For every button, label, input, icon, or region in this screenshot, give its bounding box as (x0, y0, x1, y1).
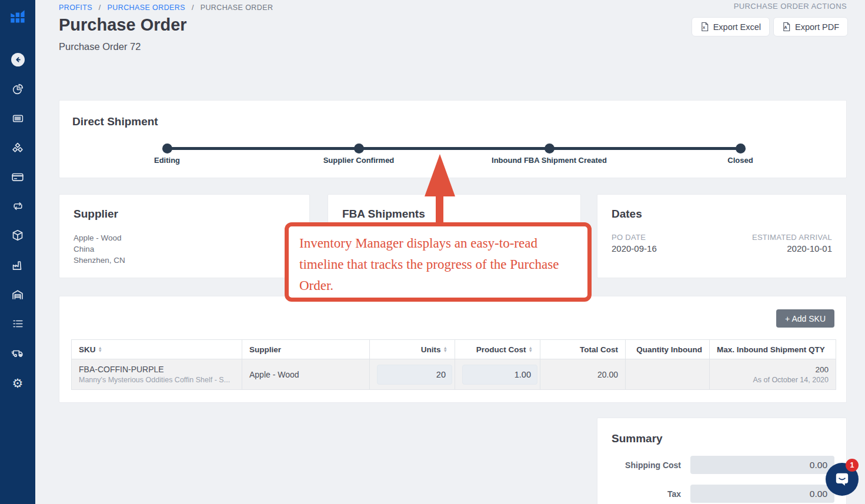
sidebar-item-warehouses[interactable] (11, 288, 25, 302)
svg-text:A: A (784, 25, 787, 30)
supplier-name: Apple - Wood (74, 232, 295, 243)
timeline-dot-inbound-created (545, 143, 555, 153)
supplier-card-title: Supplier (74, 208, 295, 221)
summary-card: Summary Shipping Cost Tax (597, 418, 847, 504)
sku-table-card: + Add SKU SKU Supplier Units (59, 296, 847, 403)
sku-code: FBA-COFFIN-PURPLE (79, 365, 235, 374)
notification-badge: 1 (846, 459, 859, 472)
column-header-total-cost: Total Cost (540, 340, 626, 359)
column-header-sku[interactable]: SKU (72, 340, 242, 359)
po-date-value: 2020-09-16 (612, 243, 657, 253)
sidebar-item-suppliers[interactable] (11, 258, 25, 272)
sidebar: ⚙ (0, 0, 35, 504)
estimated-arrival-value: 2020-10-01 (752, 243, 832, 253)
breadcrumb-current: PURCHASE ORDER (201, 4, 273, 12)
direct-shipment-title: Direct Shipment (72, 115, 158, 128)
svg-text:x: x (703, 25, 706, 30)
timeline-dot-supplier-confirmed (354, 143, 364, 153)
sort-icon (529, 346, 533, 352)
sku-table: SKU Supplier Units Product Cost Total Co… (71, 339, 836, 390)
sidebar-item-reports[interactable] (11, 82, 25, 96)
credit-card-icon (11, 171, 24, 183)
factory-icon (11, 259, 24, 272)
dates-card-title: Dates (612, 208, 832, 221)
annotation-callout: Inventory Manager displays an easy-to-re… (285, 222, 592, 302)
max-qty-value: 200 (717, 365, 829, 374)
sort-icon (443, 346, 447, 352)
sku-product-name: Manny's Mysterious Oddities Coffin Shelf… (79, 376, 235, 384)
purchase-order-page: ⚙ PROFITS / PURCHASE ORDERS / PURCHASE O… (0, 0, 865, 504)
app-logo[interactable] (8, 8, 28, 28)
chat-widget-button[interactable]: 1 (826, 463, 859, 496)
export-pdf-label: Export PDF (795, 22, 839, 32)
sidebar-item-inventory[interactable] (11, 141, 25, 155)
package-icon (11, 229, 24, 242)
supplier-card: Supplier Apple - Wood China Shenzhen, CN (59, 194, 310, 278)
cell-supplier: Apple - Wood (242, 359, 370, 390)
breadcrumb-separator: / (99, 4, 101, 12)
timeline-step-label: Inbound FBA Shipment Created (492, 156, 607, 165)
sku-table-row: FBA-COFFIN-PURPLE Manny's Mysterious Odd… (72, 359, 836, 390)
shipping-cost-label: Shipping Cost (612, 460, 690, 470)
column-header-max-qty: Max. Inbound Shipment QTY (710, 340, 836, 359)
breadcrumb-purchase-orders[interactable]: PURCHASE ORDERS (108, 4, 185, 12)
sidebar-item-orders-list[interactable] (11, 316, 25, 331)
dates-card: Dates PO DATE 2020-09-16 ESTIMATED ARRIV… (597, 194, 847, 278)
column-header-total-cost-label: Total Cost (580, 345, 618, 354)
page-subtitle: Purchase Order 72 (59, 41, 141, 52)
timeline-dot-editing (162, 143, 172, 153)
tax-input[interactable] (690, 485, 834, 503)
supplier-country: China (74, 243, 295, 255)
sidebar-item-skus[interactable] (11, 111, 25, 125)
truck-icon (11, 346, 24, 359)
supplier-city: Shenzhen, CN (74, 255, 295, 266)
column-header-product-cost[interactable]: Product Cost (455, 340, 540, 359)
sidebar-item-shipments[interactable] (11, 228, 25, 242)
column-header-supplier-label: Supplier (249, 345, 281, 354)
logo-bar-chart-icon (8, 8, 28, 28)
fba-shipments-title: FBA Shipments (342, 208, 566, 221)
shipping-cost-input[interactable] (690, 456, 834, 474)
sidebar-item-transfers[interactable] (11, 199, 25, 213)
cell-max-qty: 200 As of October 14, 2020 (710, 359, 836, 390)
column-header-units[interactable]: Units (370, 340, 455, 359)
file-excel-icon: x (700, 22, 709, 32)
column-header-product-cost-label: Product Cost (476, 345, 526, 354)
barcode-icon (12, 112, 24, 125)
tax-label: Tax (612, 489, 690, 499)
chat-bubble-icon (833, 470, 851, 488)
units-input[interactable] (377, 365, 452, 385)
sku-table-header-row: SKU Supplier Units Product Cost Total Co… (72, 340, 836, 359)
export-excel-button[interactable]: x Export Excel (692, 17, 770, 36)
export-pdf-button[interactable]: A Export PDF (773, 17, 848, 36)
product-cost-input[interactable] (462, 365, 537, 385)
cell-product-cost (455, 359, 540, 390)
sidebar-item-back[interactable] (11, 52, 25, 66)
pie-chart-icon (12, 83, 24, 95)
cubes-icon (11, 141, 24, 154)
timeline-line (167, 147, 740, 150)
breadcrumb-profits[interactable]: PROFITS (59, 4, 92, 12)
sidebar-item-logistics[interactable] (11, 346, 25, 360)
annotation-text: Inventory Manager displays an easy-to-re… (299, 236, 559, 293)
sidebar-item-billing[interactable] (11, 170, 25, 184)
sidebar-item-settings[interactable]: ⚙ (11, 376, 25, 390)
po-date-label: PO DATE (612, 233, 657, 242)
export-excel-label: Export Excel (713, 22, 761, 32)
column-header-units-label: Units (421, 345, 441, 354)
page-title: Purchase Order (59, 15, 187, 35)
warehouse-icon (11, 288, 24, 301)
annotation-arrow-shaft (436, 194, 443, 223)
estimated-arrival-label: ESTIMATED ARRIVAL (752, 233, 832, 242)
list-icon (12, 318, 24, 330)
annotation-arrow-head (425, 154, 455, 196)
gear-icon: ⚙ (12, 377, 24, 389)
add-sku-button[interactable]: + Add SKU (776, 309, 834, 328)
cell-sku: FBA-COFFIN-PURPLE Manny's Mysterious Odd… (72, 359, 242, 390)
column-header-sku-label: SKU (79, 345, 96, 354)
cell-quantity-inbound (626, 359, 710, 390)
column-header-max-qty-label: Max. Inbound Shipment QTY (717, 345, 825, 354)
column-header-quantity-inbound-label: Quantity Inbound (636, 345, 702, 354)
column-header-quantity-inbound: Quantity Inbound (626, 340, 710, 359)
export-buttons: x Export Excel A Export PDF (692, 17, 848, 36)
